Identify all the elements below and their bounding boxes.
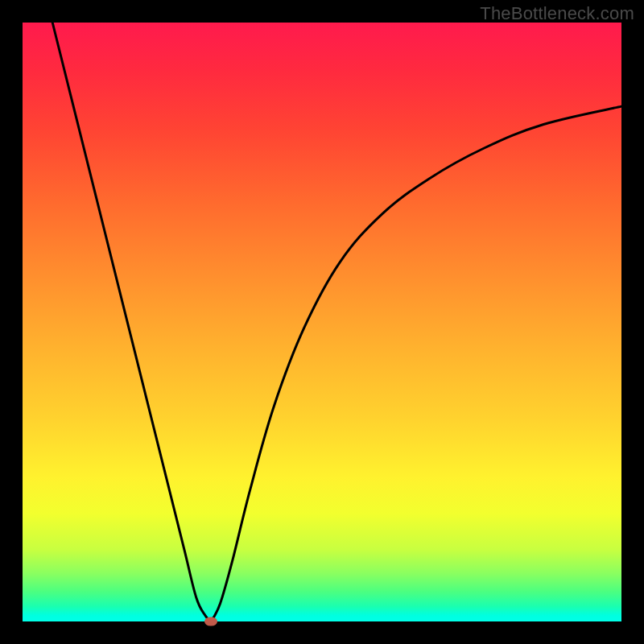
watermark-text: TheBottleneck.com [480,3,634,24]
minimum-marker [204,617,217,626]
chart-plot-area [23,23,621,621]
curve-right-branch [211,106,621,621]
curve-left-branch [52,23,211,621]
chart-svg [23,23,621,621]
